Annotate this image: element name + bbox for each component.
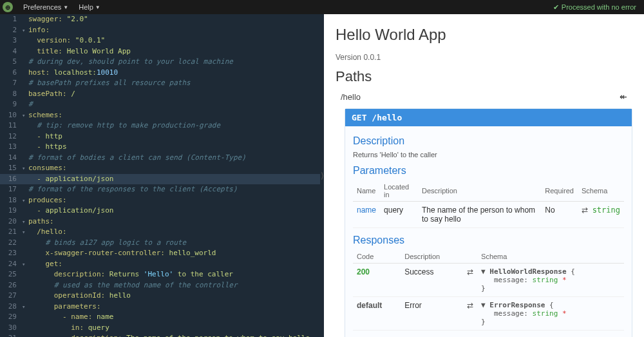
editor-line[interactable]: 17# format of the responses to the clien… — [0, 184, 320, 195]
fold-toggle-icon[interactable]: ▾ — [22, 163, 28, 174]
code-content[interactable]: in: query — [28, 323, 109, 334]
editor-line[interactable]: 25 description: Returns 'Hello' to the c… — [0, 269, 320, 280]
fold-toggle-icon — [22, 269, 28, 280]
editor-line[interactable]: 6host: localhost:10010 — [0, 68, 320, 79]
fold-toggle-icon[interactable]: ▾ — [22, 195, 28, 206]
code-content[interactable]: - https — [28, 142, 67, 153]
code-content[interactable]: produces: — [28, 195, 67, 206]
code-content[interactable]: host: localhost:10010 — [28, 68, 118, 79]
fold-toggle-icon[interactable]: ▾ — [22, 25, 28, 36]
editor-line[interactable]: 13 - https — [0, 142, 320, 153]
line-number: 11 — [0, 120, 22, 131]
code-content[interactable]: description: Returns 'Hello' to the call… — [28, 269, 233, 280]
code-content[interactable]: - application/json — [28, 174, 113, 185]
editor-line[interactable]: 18▾produces: — [0, 195, 320, 206]
editor-line[interactable]: 23 x-swagger-router-controller: hello_wo… — [0, 248, 320, 259]
editor-line[interactable]: 31 description: The name of the person t… — [0, 333, 320, 337]
editor-line[interactable]: 7# basePath prefixes all resource paths — [0, 78, 320, 89]
code-content[interactable]: version: "0.0.1" — [28, 35, 105, 46]
responses-heading: Responses — [353, 235, 624, 246]
code-content[interactable]: info: — [28, 25, 50, 36]
fold-toggle-icon[interactable]: ▾ — [22, 302, 28, 313]
code-content[interactable]: x-swagger-router-controller: hello_world — [28, 248, 216, 259]
schema-toggle-icon[interactable]: ⇄ — [467, 267, 473, 276]
fold-toggle-icon[interactable]: ▾ — [22, 110, 28, 121]
path-text: /hello — [341, 92, 361, 102]
editor-line[interactable]: 1swagger: "2.0" — [0, 14, 320, 25]
code-content[interactable]: parameters: — [28, 302, 101, 313]
preferences-menu[interactable]: Preferences ▼ — [18, 3, 73, 11]
code-content[interactable]: - name: name — [28, 312, 113, 323]
editor-line[interactable]: 28▾ parameters: — [0, 302, 320, 313]
fold-toggle-icon[interactable]: ▾ — [22, 259, 28, 270]
editor-line[interactable]: 19 - application/json — [0, 206, 320, 217]
schema-toggle-icon[interactable]: ⇄ — [467, 301, 473, 310]
editor-line[interactable]: 5# during dev, should point to your loca… — [0, 57, 320, 68]
code-content[interactable]: # binds a127 app logic to a route — [28, 238, 186, 249]
fold-toggle-icon — [22, 248, 28, 259]
line-number: 18 — [0, 195, 22, 206]
editor-line[interactable]: 12 - http — [0, 131, 320, 142]
code-content[interactable]: description: The name of the person to w… — [28, 333, 310, 337]
path-row[interactable]: /hello ↞ — [336, 89, 632, 104]
editor-line[interactable]: 16 - application/json — [0, 174, 320, 185]
editor-line[interactable]: 26 # used as the method name of the cont… — [0, 280, 320, 291]
fold-toggle-icon — [22, 238, 28, 249]
editor-line[interactable]: 30 in: query — [0, 323, 320, 334]
fold-toggle-icon — [22, 57, 28, 68]
editor-line[interactable]: 4 title: Hello World App — [0, 46, 320, 57]
code-content[interactable]: schemes: — [28, 110, 62, 121]
line-number: 29 — [0, 312, 22, 323]
line-number: 9 — [0, 99, 22, 110]
code-content[interactable]: operationId: hello — [28, 291, 131, 302]
code-content[interactable]: # used as the method name of the control… — [28, 280, 238, 291]
code-content[interactable]: - http — [28, 131, 62, 142]
operation-badge[interactable]: GET /hello — [345, 109, 632, 126]
editor-line[interactable]: 15▾consumes: — [0, 163, 320, 174]
editor-line[interactable]: 21▾ /hello: — [0, 227, 320, 238]
resp-code: 200 — [353, 264, 401, 297]
editor-line[interactable]: 20▾paths: — [0, 217, 320, 227]
collapse-arrow-icon[interactable]: ↞ — [620, 91, 627, 102]
code-content[interactable]: title: Hello World App — [28, 46, 131, 57]
editor-line[interactable]: 2▾info: — [0, 25, 320, 36]
code-content[interactable]: # basePath prefixes all resource paths — [28, 78, 191, 89]
line-number: 27 — [0, 291, 22, 302]
param-req: No — [541, 202, 578, 228]
schema-toggle-icon[interactable]: ⇄ — [582, 206, 588, 215]
line-number: 24 — [0, 259, 22, 270]
paths-heading: Paths — [336, 68, 632, 85]
code-content[interactable]: get: — [28, 259, 62, 270]
editor-line[interactable]: 8basePath: / — [0, 89, 320, 100]
fold-toggle-icon[interactable]: ▾ — [22, 227, 28, 238]
editor-line[interactable]: 27 operationId: hello — [0, 291, 320, 302]
code-content[interactable]: # tip: remove http to make production-gr… — [28, 120, 220, 131]
code-content[interactable]: # format of bodies a client can send (Co… — [28, 153, 246, 164]
code-content[interactable]: - application/json — [28, 206, 113, 217]
preferences-label: Preferences — [23, 3, 61, 11]
editor-line[interactable]: 10▾schemes: — [0, 110, 320, 121]
code-content[interactable]: /hello: — [28, 227, 67, 238]
line-number: 31 — [0, 333, 22, 337]
yaml-editor[interactable]: 1swagger: "2.0"2▾info:3 version: "0.0.1"… — [0, 14, 320, 337]
editor-line[interactable]: 22 # binds a127 app logic to a route — [0, 238, 320, 249]
top-menu-bar: ⊕ Preferences ▼ Help ▼ ✔ Processed with … — [0, 0, 644, 14]
editor-line[interactable]: 24▾ get: — [0, 259, 320, 270]
code-content[interactable]: # during dev, should point to your local… — [28, 57, 233, 68]
editor-line[interactable]: 11 # tip: remove http to make production… — [0, 120, 320, 131]
code-content[interactable]: swagger: "2.0" — [28, 14, 88, 25]
code-content[interactable]: paths: — [28, 217, 54, 227]
col-name: Name — [353, 180, 380, 202]
code-content[interactable]: # format of the responses to the client … — [28, 184, 238, 195]
editor-line[interactable]: 29 - name: name — [0, 312, 320, 323]
operation-card: GET /hello Description Returns 'Hello' t… — [345, 108, 632, 337]
editor-line[interactable]: 9# — [0, 99, 320, 110]
code-content[interactable]: basePath: / — [28, 89, 75, 100]
editor-line[interactable]: 3 version: "0.0.1" — [0, 35, 320, 46]
help-menu[interactable]: Help ▼ — [73, 3, 106, 11]
fold-toggle-icon[interactable]: ▾ — [22, 217, 28, 227]
parameters-heading: Parameters — [353, 165, 624, 177]
editor-line[interactable]: 14# format of bodies a client can send (… — [0, 153, 320, 164]
code-content[interactable]: consumes: — [28, 163, 67, 174]
code-content[interactable]: # — [28, 99, 33, 110]
